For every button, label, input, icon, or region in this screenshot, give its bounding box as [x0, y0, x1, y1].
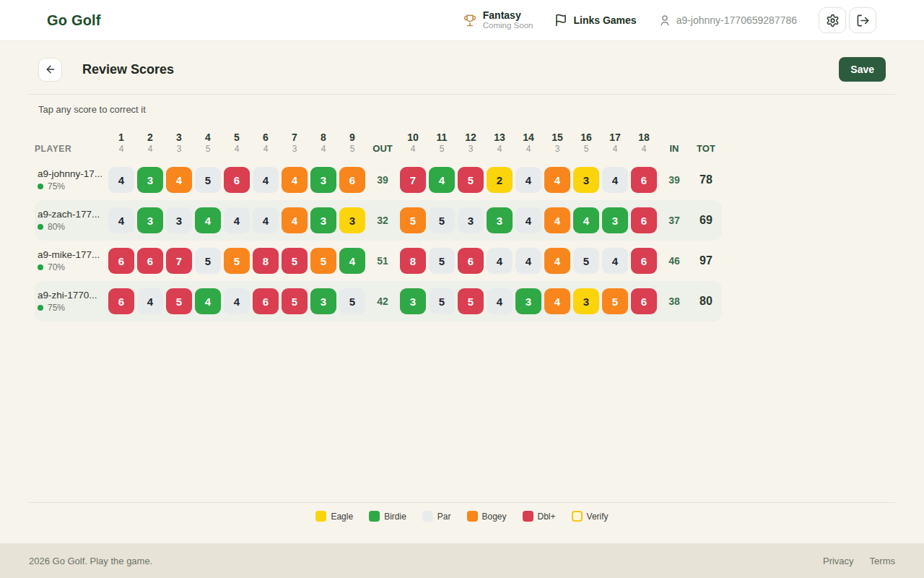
score-cell[interactable]: 4 [253, 207, 279, 233]
hole-number: 17 [601, 131, 629, 144]
score-cell[interactable]: 5 [458, 288, 484, 314]
score-cell[interactable]: 8 [400, 248, 426, 274]
score-cell[interactable]: 3 [573, 167, 599, 193]
score-cell[interactable]: 4 [137, 288, 163, 314]
settings-button[interactable] [819, 7, 846, 33]
score-cell-wrap: 4 [514, 207, 543, 233]
score-cell[interactable]: 5 [282, 248, 308, 274]
score-cell[interactable]: 3 [339, 207, 365, 233]
score-cell[interactable]: 4 [166, 167, 192, 193]
hole-header: 54 [222, 131, 251, 156]
score-cell[interactable]: 4 [544, 248, 570, 274]
player-row: a9-zach-177...80%43344443332553344436376… [35, 200, 722, 241]
score-cell[interactable]: 6 [631, 207, 657, 233]
score-cell[interactable]: 3 [400, 288, 426, 314]
score-cell[interactable]: 6 [108, 248, 134, 274]
score-cell[interactable]: 4 [602, 167, 628, 193]
hole-par: 4 [629, 144, 658, 155]
back-button[interactable] [38, 58, 62, 82]
fantasy-subtitle: Coming Soon [483, 21, 533, 30]
score-cell-wrap: 5 [338, 288, 367, 314]
score-cell[interactable]: 5 [400, 207, 426, 233]
score-cell[interactable]: 5 [166, 288, 192, 314]
score-cell[interactable]: 5 [573, 248, 599, 274]
score-cell[interactable]: 3 [515, 288, 541, 314]
score-cell[interactable]: 3 [137, 167, 163, 193]
score-cell-wrap: 6 [107, 288, 136, 314]
score-cell[interactable]: 7 [166, 248, 192, 274]
score-cell[interactable]: 6 [137, 248, 163, 274]
score-cell[interactable]: 3 [602, 207, 628, 233]
accuracy-value: 70% [48, 262, 65, 272]
score-cell[interactable]: 4 [487, 248, 513, 274]
score-cell[interactable]: 6 [631, 248, 657, 274]
score-cell[interactable]: 3 [573, 288, 599, 314]
nav-item-links-games[interactable]: Links Games [554, 14, 636, 27]
score-cell-wrap: 4 [601, 167, 629, 193]
score-cell[interactable]: 4 [224, 288, 250, 314]
score-cell[interactable]: 5 [310, 248, 336, 274]
score-cell[interactable]: 4 [108, 207, 134, 233]
score-cell-wrap: 3 [309, 288, 338, 314]
score-cell[interactable]: 4 [429, 167, 455, 193]
score-cell[interactable]: 6 [631, 167, 657, 193]
score-cell[interactable]: 4 [282, 207, 308, 233]
score-cell[interactable]: 4 [515, 207, 541, 233]
score-cell[interactable]: 6 [631, 288, 657, 314]
score-cell[interactable]: 4 [544, 207, 570, 233]
score-cell[interactable]: 5 [429, 288, 455, 314]
logout-button[interactable] [849, 7, 876, 33]
score-cell[interactable]: 7 [400, 167, 426, 193]
score-cell[interactable]: 5 [429, 207, 455, 233]
score-cell[interactable]: 4 [544, 167, 570, 193]
score-cell[interactable]: 3 [487, 207, 513, 233]
score-cell[interactable]: 2 [487, 167, 513, 193]
hole-par: 5 [572, 144, 601, 155]
nav-item-fantasy[interactable]: Fantasy Coming Soon [463, 9, 533, 30]
score-cell[interactable]: 8 [253, 248, 279, 274]
score-cell[interactable]: 6 [224, 167, 250, 193]
score-cell[interactable]: 4 [195, 288, 221, 314]
score-cell[interactable]: 3 [137, 207, 163, 233]
brand-logo[interactable]: Go Golf [47, 12, 101, 29]
footer-link-privacy[interactable]: Privacy [823, 556, 854, 566]
score-cell[interactable]: 5 [429, 248, 455, 274]
score-cell[interactable]: 4 [339, 248, 365, 274]
score-cell[interactable]: 6 [339, 167, 365, 193]
score-cell[interactable]: 3 [166, 207, 192, 233]
score-cell-wrap: 5 [193, 167, 222, 193]
score-cell[interactable]: 4 [195, 207, 221, 233]
score-cell[interactable]: 4 [224, 207, 250, 233]
score-cell[interactable]: 4 [515, 248, 541, 274]
score-cell[interactable]: 3 [310, 288, 336, 314]
score-cell[interactable]: 6 [108, 288, 134, 314]
score-cell[interactable]: 5 [602, 288, 628, 314]
score-cell[interactable]: 4 [282, 167, 308, 193]
save-button[interactable]: Save [839, 57, 886, 82]
score-cell[interactable]: 4 [515, 167, 541, 193]
score-cell[interactable]: 5 [195, 167, 221, 193]
score-cell-wrap: 3 [136, 207, 165, 233]
player-info: a9-johnny-17...75% [35, 168, 107, 191]
score-cell[interactable]: 3 [310, 167, 336, 193]
score-cell[interactable]: 4 [108, 167, 134, 193]
score-cell[interactable]: 4 [487, 288, 513, 314]
score-cell[interactable]: 5 [195, 248, 221, 274]
score-cell[interactable]: 5 [339, 288, 365, 314]
score-cell[interactable]: 4 [253, 167, 279, 193]
score-cell[interactable]: 6 [458, 248, 484, 274]
score-cell[interactable]: 5 [282, 288, 308, 314]
score-cell[interactable]: 5 [458, 167, 484, 193]
hole-number: 3 [165, 131, 193, 144]
score-cell[interactable]: 4 [573, 207, 599, 233]
score-cell[interactable]: 3 [458, 207, 484, 233]
footer-link-terms[interactable]: Terms [870, 556, 895, 566]
score-cell[interactable]: 3 [310, 207, 336, 233]
hole-par: 3 [456, 144, 485, 155]
hole-number: 9 [338, 131, 367, 144]
score-cell[interactable]: 4 [544, 288, 570, 314]
score-cell[interactable]: 4 [602, 248, 628, 274]
score-cell[interactable]: 5 [224, 248, 250, 274]
accuracy-dot [38, 305, 43, 311]
score-cell[interactable]: 6 [253, 288, 279, 314]
